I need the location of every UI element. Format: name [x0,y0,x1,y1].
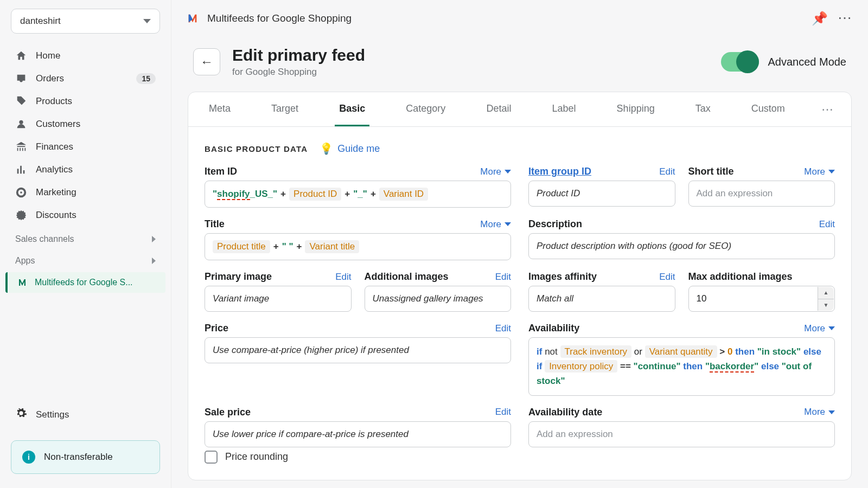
primary-image-input[interactable]: Variant image [205,286,352,312]
item-group-id-input[interactable]: Product ID [528,181,675,207]
item-group-id-edit[interactable]: Edit [659,166,675,177]
tab-basic[interactable]: Basic [335,92,369,126]
nav-finances[interactable]: Finances [5,136,165,158]
field-price: Price Edit Use compare-at-price (higher … [205,323,511,396]
price-rounding-checkbox[interactable] [205,451,218,464]
images-affinity-edit[interactable]: Edit [659,272,675,282]
item-id-more[interactable]: More [480,166,511,177]
field-sale-price: Sale price Edit Use lower price if compa… [205,407,511,464]
main-content: Multifeeds for Google Shopping 📌 ⋯ ← Edi… [171,0,868,488]
advanced-mode-label: Advanced Mode [768,56,846,68]
caret-down-icon [828,326,835,330]
images-affinity-input[interactable]: Match all [528,286,675,312]
tab-custom[interactable]: Custom [747,92,789,126]
availability-date-input[interactable]: Add an expression [528,421,835,447]
lightbulb-icon: 💡 [320,142,333,155]
page-title: Edit primary feed [232,46,365,65]
additional-images-label: Additional images [365,271,449,282]
person-icon [15,118,27,130]
sales-channels-header[interactable]: Sales channels [5,227,165,248]
sale-price-label: Sale price [205,407,251,418]
description-edit[interactable]: Edit [819,219,835,230]
app-title: Multifeeds for Google Shopping [207,12,352,24]
section-title: BASIC PRODUCT DATA [205,144,308,153]
stepper-down[interactable]: ▼ [818,299,834,311]
field-short-title: Short title More Add an expression [688,166,835,208]
description-label: Description [528,219,582,230]
store-name: danteshirt [20,16,61,27]
nav-analytics[interactable]: Analytics [5,158,165,181]
field-availability-date: Availability date More Add an expression [528,407,835,464]
additional-images-input[interactable]: Unassigned gallery images [365,286,512,312]
more-menu-icon[interactable]: ⋯ [838,10,853,27]
guide-me-button[interactable]: 💡 Guide me [320,142,380,155]
stepper-up[interactable]: ▲ [818,287,834,299]
tab-meta[interactable]: Meta [205,92,235,126]
sidebar: danteshirt Home Orders15 Products Custom… [0,0,171,488]
additional-images-edit[interactable]: Edit [495,272,511,282]
tab-tax[interactable]: Tax [691,92,715,126]
caret-down-icon [828,410,835,414]
item-id-input[interactable]: "shopify_US_"+ Product ID +"_"+ Variant … [205,181,511,208]
app-multifeeds[interactable]: Multifeeds for Google S... [5,272,165,293]
field-additional-images: Additional images Edit Unassigned galler… [365,271,512,312]
feed-card: Meta Target Basic Category Detail Label … [188,92,852,480]
availability-label: Availability [528,323,579,334]
tab-target[interactable]: Target [267,92,303,126]
nav-settings[interactable]: Settings [5,401,165,428]
price-input[interactable]: Use compare-at-price (higher price) if p… [205,337,511,363]
field-item-group-id: Item group ID Edit Product ID [528,166,675,208]
target-icon [15,187,27,198]
availability-more[interactable]: More [804,323,835,334]
caret-down-icon [828,170,835,174]
caret-down-icon [505,222,511,226]
apps-header[interactable]: Apps [5,248,165,270]
item-group-id-label[interactable]: Item group ID [528,166,591,177]
price-edit[interactable]: Edit [495,323,511,334]
description-input[interactable]: Product description with options (good f… [528,233,835,259]
tag-icon [15,95,27,107]
page-subtitle: for Google Shopping [232,67,365,78]
sale-price-edit[interactable]: Edit [495,407,511,418]
availability-input[interactable]: if not Track inventory or Variant quanti… [528,337,835,396]
nav-customers[interactable]: Customers [5,113,165,136]
tabs-overflow-icon[interactable]: ⋯ [821,102,835,117]
price-label: Price [205,323,228,334]
field-primary-image: Primary image Edit Variant image [205,271,352,312]
tab-detail[interactable]: Detail [482,92,515,126]
title-more[interactable]: More [480,219,511,230]
nav-discounts[interactable]: Discounts [5,204,165,227]
bars-icon [15,164,27,176]
back-button[interactable]: ← [193,48,220,75]
info-icon: i [22,451,35,464]
tabs: Meta Target Basic Category Detail Label … [188,92,851,127]
primary-image-label: Primary image [205,271,272,282]
caret-down-icon [505,170,511,174]
short-title-more[interactable]: More [804,166,835,177]
multifeeds-logo-icon [187,12,199,24]
advanced-mode-toggle[interactable] [721,52,759,72]
nav-orders[interactable]: Orders15 [5,67,165,90]
nav-products[interactable]: Products [5,90,165,113]
primary-nav: Home Orders15 Products Customers Finance… [5,44,165,227]
pin-icon[interactable]: 📌 [812,11,828,26]
sale-price-input[interactable]: Use lower price if compare-at-price is p… [205,421,511,447]
primary-image-edit[interactable]: Edit [335,272,351,282]
number-stepper: ▲ ▼ [818,287,834,311]
nav-marketing[interactable]: Marketing [5,181,165,204]
tab-category[interactable]: Category [401,92,450,126]
multifeeds-logo-icon [17,278,27,287]
home-icon [15,50,27,62]
nav-home[interactable]: Home [5,44,165,67]
title-label: Title [205,219,225,230]
price-rounding-label: Price rounding [225,451,288,463]
short-title-input[interactable]: Add an expression [688,181,835,207]
max-additional-images-input[interactable]: 10 ▲ ▼ [688,286,835,312]
non-transferable-notice: i Non-transferable [11,440,160,474]
title-input[interactable]: Product title +" "+ Variant title [205,233,511,260]
store-selector[interactable]: danteshirt [11,9,160,34]
tab-shipping[interactable]: Shipping [612,92,659,126]
item-id-label: Item ID [205,166,237,177]
tab-label[interactable]: Label [548,92,580,126]
availability-date-more[interactable]: More [804,407,835,418]
